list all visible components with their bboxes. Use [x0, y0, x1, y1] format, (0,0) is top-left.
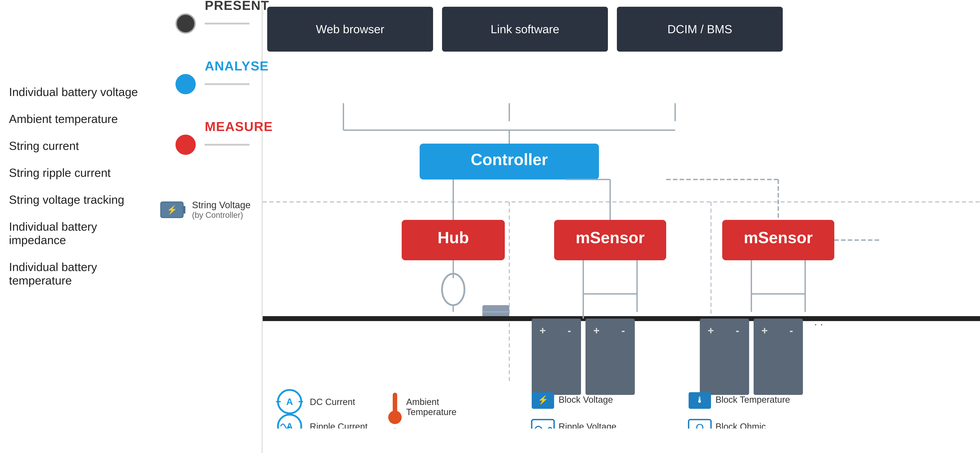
string-voltage-sub: (by Controller): [192, 211, 251, 220]
present-label: PRESENT: [205, 0, 269, 13]
string-voltage-group: ⚡ String Voltage (by Controller): [160, 200, 251, 220]
svg-text:+: +: [593, 325, 600, 337]
svg-text:-: -: [621, 325, 625, 337]
svg-text:+: +: [708, 325, 714, 337]
svg-text:🌡: 🌡: [695, 395, 704, 405]
string-voltage-icon: ⚡: [160, 200, 186, 220]
svg-text:Ambient: Ambient: [406, 397, 439, 407]
svg-text:-: -: [568, 325, 571, 337]
svg-text:Ripple Voltage: Ripple Voltage: [558, 421, 616, 429]
svg-text:Ripple Current: Ripple Current: [310, 421, 368, 429]
svg-rect-39: [585, 319, 635, 395]
link-software-box: Link software: [442, 7, 608, 52]
web-browser-box: Web browser: [267, 7, 433, 52]
measure-dot: [175, 135, 196, 155]
svg-text:-: -: [789, 325, 793, 337]
svg-rect-36: [532, 319, 581, 395]
svg-point-27: [442, 274, 465, 305]
system-diagram: Controller Hub mSensor mSen: [263, 58, 980, 429]
measure-individual-battery-voltage: Individual battery voltage: [9, 85, 140, 99]
status-analyse: ANALYSE: [175, 74, 250, 94]
present-dot: [175, 13, 196, 33]
svg-rect-1: [183, 206, 185, 214]
svg-rect-57: [393, 392, 397, 413]
analyse-dot: [175, 74, 196, 94]
svg-text:. .: . .: [814, 316, 823, 328]
analyse-line: [205, 83, 250, 85]
svg-text:DC Current: DC Current: [310, 397, 355, 407]
svg-point-58: [388, 411, 402, 424]
svg-text:Block Temperature: Block Temperature: [716, 395, 790, 405]
svg-rect-48: [754, 319, 803, 395]
present-line: [205, 23, 250, 24]
left-panel: Individual battery voltage Ambient tempe…: [0, 0, 149, 453]
svg-text:Temperature: Temperature: [406, 407, 457, 417]
measure-ambient-temperature: Ambient temperature: [9, 112, 140, 126]
svg-text:⚡: ⚡: [538, 395, 549, 405]
svg-text:Hub: Hub: [438, 229, 469, 247]
string-voltage-label: String Voltage: [192, 200, 251, 211]
right-panel: Web browser Link software DCIM / BMS Con…: [263, 0, 980, 453]
measure-individual-battery-impedance: Individual battery impedance: [9, 220, 140, 247]
full-layout: Individual battery voltage Ambient tempe…: [0, 0, 980, 453]
middle-panel: PRESENT ANALYSE MEASURE: [149, 0, 261, 453]
status-measure: MEASURE: [175, 135, 250, 155]
svg-text:Block Ohmic: Block Ohmic: [716, 421, 766, 429]
measure-list: Individual battery voltage Ambient tempe…: [9, 85, 140, 287]
measure-string-ripple-current: String ripple current: [9, 166, 140, 180]
measure-string-voltage-tracking: String voltage tracking: [9, 193, 140, 206]
dcim-bms-box: DCIM / BMS: [617, 7, 783, 52]
svg-text:mSensor: mSensor: [576, 229, 645, 247]
svg-text:Ω: Ω: [695, 422, 704, 429]
svg-text:Controller: Controller: [471, 150, 548, 169]
measure-line: [205, 144, 250, 146]
svg-text:-: -: [736, 325, 739, 337]
svg-text:Block Voltage: Block Voltage: [558, 395, 613, 405]
svg-text:+: +: [539, 325, 546, 337]
analyse-label: ANALYSE: [205, 58, 269, 73]
status-present: PRESENT: [175, 13, 250, 33]
svg-text:A: A: [286, 396, 293, 407]
status-group: PRESENT ANALYSE MEASURE: [153, 13, 257, 155]
svg-rect-45: [700, 319, 749, 395]
measure-string-current: String current: [9, 139, 140, 153]
svg-text:⚡: ⚡: [167, 205, 178, 215]
svg-text:mSensor: mSensor: [744, 229, 813, 247]
svg-text:+: +: [762, 325, 768, 337]
top-boxes-row: Web browser Link software DCIM / BMS: [263, 0, 980, 58]
measure-individual-battery-temperature: Individual battery temperature: [9, 260, 140, 287]
